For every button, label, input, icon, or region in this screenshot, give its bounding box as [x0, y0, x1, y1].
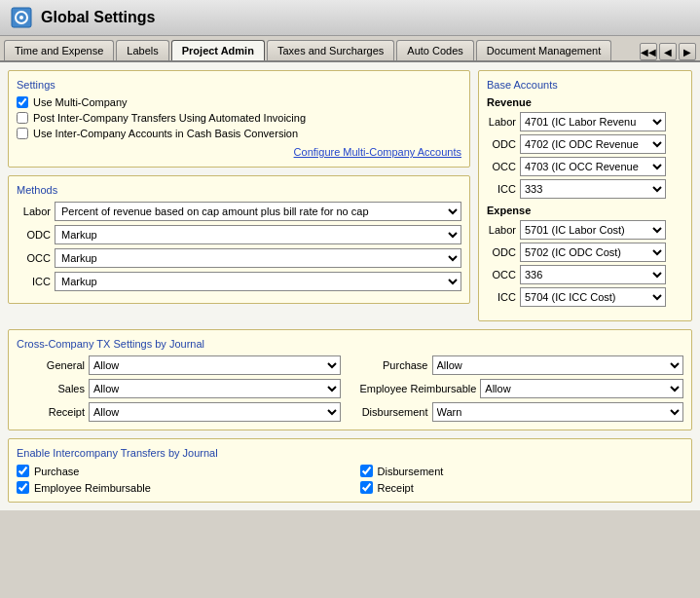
tx-disbursement-label: Disbursement — [360, 406, 428, 418]
expense-labor-label: Labor — [487, 224, 516, 236]
title-bar: Global Settings — [0, 0, 700, 36]
expense-occ-label: OCC — [487, 269, 516, 280]
revenue-title: Revenue — [487, 96, 683, 108]
checkbox-post-inter-company: Post Inter-Company Transfers Using Autom… — [17, 112, 461, 124]
use-multi-company-checkbox[interactable] — [17, 96, 28, 108]
method-labor-select[interactable]: Percent of revenue based on cap amount p… — [55, 202, 461, 221]
method-occ-label: OCC — [17, 252, 51, 264]
expense-odc-row: ODC 5702 (IC ODC Cost) — [487, 243, 683, 262]
revenue-odc-select[interactable]: 4702 (IC ODC Revenue — [520, 134, 666, 154]
enable-receipt-label: Receipt — [378, 482, 414, 494]
tx-sales-row: Sales Allow Warn Deny — [17, 379, 341, 398]
enable-disbursement-row: Disbursement — [360, 465, 684, 477]
enable-employee-reimb-checkbox[interactable] — [17, 481, 29, 494]
enable-purchase-label: Purchase — [34, 466, 79, 477]
revenue-labor-label: Labor — [487, 116, 516, 128]
tab-labels[interactable]: Labels — [116, 40, 168, 60]
expense-icc-select[interactable]: 5704 (IC ICC Cost) — [520, 287, 666, 307]
expense-odc-label: ODC — [487, 246, 516, 258]
tx-section: Cross-Company TX Settings by Journal Gen… — [8, 329, 692, 430]
tab-time-expense[interactable]: Time and Expense — [4, 40, 114, 60]
tx-purchase-row: Purchase Allow Warn Deny — [360, 355, 684, 375]
svg-point-2 — [19, 16, 23, 19]
tab-project-admin[interactable]: Project Admin — [171, 40, 265, 60]
enable-purchase-row: Purchase — [17, 465, 341, 477]
expense-title: Expense — [487, 205, 683, 216]
revenue-labor-select[interactable]: 4701 (IC Labor Revenu — [520, 112, 666, 131]
enable-employee-reimb-row: Employee Reimbursable — [17, 481, 341, 494]
revenue-labor-row: Labor 4701 (IC Labor Revenu — [487, 112, 683, 131]
enable-receipt-checkbox[interactable] — [360, 481, 373, 494]
checkbox-use-multi-company: Use Multi-Company — [17, 96, 461, 108]
tab-taxes[interactable]: Taxes and Surcharges — [267, 40, 394, 60]
expense-labor-row: Labor 5701 (IC Labor Cost) — [487, 220, 683, 240]
tx-general-label: General — [17, 359, 85, 371]
use-multi-company-label: Use Multi-Company — [33, 96, 128, 108]
tab-document-mgmt[interactable]: Document Management — [476, 40, 611, 60]
enable-purchase-checkbox[interactable] — [17, 465, 29, 477]
expense-icc-label: ICC — [487, 291, 516, 303]
configure-multi-company-link[interactable]: Configure Multi-Company Accounts — [294, 146, 461, 158]
tab-nav-next[interactable]: ▶ — [679, 43, 696, 60]
enable-employee-reimb-label: Employee Reimbursable — [34, 482, 151, 494]
tx-receipt-label: Receipt — [17, 406, 85, 418]
revenue-icc-row: ICC 333 — [487, 179, 683, 199]
enable-disbursement-checkbox[interactable] — [360, 465, 373, 477]
revenue-icc-select[interactable]: 333 — [520, 179, 666, 199]
tx-purchase-select[interactable]: Allow Warn Deny — [432, 355, 684, 375]
page-title: Global Settings — [41, 9, 155, 26]
revenue-odc-label: ODC — [487, 138, 516, 150]
post-inter-company-label: Post Inter-Company Transfers Using Autom… — [33, 112, 306, 124]
expense-occ-select[interactable]: 336 — [520, 265, 666, 284]
expense-icc-row: ICC 5704 (IC ICC Cost) — [487, 287, 683, 307]
method-odc-row: ODC Markup — [17, 225, 461, 244]
revenue-odc-row: ODC 4702 (IC ODC Revenue — [487, 134, 683, 154]
tx-employee-reimb-label: Employee Reimbursable — [360, 383, 477, 394]
settings-section: Settings Use Multi-Company Post Inter-Co… — [8, 70, 470, 168]
base-accounts-title: Base Accounts — [487, 79, 683, 91]
method-labor-label: Labor — [17, 206, 51, 217]
tx-general-row: General Allow Warn Deny — [17, 355, 341, 375]
tx-purchase-label: Purchase — [360, 359, 428, 371]
tx-employee-reimb-row: Employee Reimbursable Allow Warn Deny — [360, 379, 684, 398]
post-inter-company-checkbox[interactable] — [17, 112, 28, 124]
tx-sales-select[interactable]: Allow Warn Deny — [89, 379, 341, 398]
method-icc-select[interactable]: Markup — [55, 272, 461, 291]
expense-labor-select[interactable]: 5701 (IC Labor Cost) — [520, 220, 666, 240]
tab-auto-codes[interactable]: Auto Codes — [396, 40, 473, 60]
tx-general-select[interactable]: Allow Warn Deny — [89, 355, 341, 375]
tx-sales-label: Sales — [17, 383, 85, 394]
tab-nav-prev[interactable]: ◀ — [659, 43, 677, 60]
tx-disbursement-row: Disbursement Allow Warn Deny — [360, 402, 684, 422]
method-occ-row: OCC Markup — [17, 248, 461, 268]
method-icc-row: ICC Markup — [17, 272, 461, 291]
enable-title: Enable Intercompany Transfers by Journal — [17, 447, 683, 459]
use-inter-company-accounts-label: Use Inter-Company Accounts in Cash Basis… — [33, 128, 298, 139]
method-occ-select[interactable]: Markup — [55, 248, 461, 268]
method-icc-label: ICC — [17, 276, 51, 287]
revenue-occ-label: OCC — [487, 161, 516, 172]
enable-receipt-row: Receipt — [360, 481, 684, 494]
enable-disbursement-label: Disbursement — [378, 466, 444, 477]
tab-nav-first[interactable]: ◀◀ — [640, 43, 657, 60]
revenue-icc-label: ICC — [487, 183, 516, 195]
revenue-occ-select[interactable]: 4703 (IC OCC Revenue — [520, 157, 666, 176]
base-accounts-section: Base Accounts Revenue Labor 4701 (IC Lab… — [478, 70, 692, 321]
tx-employee-reimb-select[interactable]: Allow Warn Deny — [480, 379, 683, 398]
method-labor-row: Labor Percent of revenue based on cap am… — [17, 202, 461, 221]
tx-title: Cross-Company TX Settings by Journal — [17, 338, 683, 350]
use-inter-company-accounts-checkbox[interactable] — [17, 128, 28, 139]
methods-title: Methods — [17, 184, 461, 196]
method-odc-select[interactable]: Markup — [55, 225, 461, 244]
tx-disbursement-select[interactable]: Allow Warn Deny — [432, 402, 684, 422]
tab-bar: Time and Expense Labels Project Admin Ta… — [0, 36, 700, 62]
enable-section: Enable Intercompany Transfers by Journal… — [8, 438, 692, 503]
methods-section: Methods Labor Percent of revenue based o… — [8, 175, 470, 304]
revenue-occ-row: OCC 4703 (IC OCC Revenue — [487, 157, 683, 176]
checkbox-use-inter-company-accounts: Use Inter-Company Accounts in Cash Basis… — [17, 128, 461, 139]
method-odc-label: ODC — [17, 229, 51, 241]
settings-title: Settings — [17, 79, 461, 91]
tx-receipt-select[interactable]: Allow Warn Deny — [89, 402, 341, 422]
app-icon — [10, 6, 33, 29]
expense-odc-select[interactable]: 5702 (IC ODC Cost) — [520, 243, 666, 262]
